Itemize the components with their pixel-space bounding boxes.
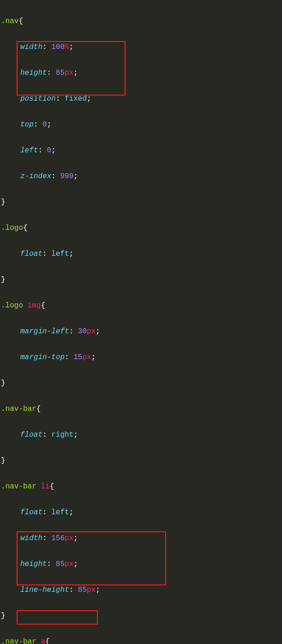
code-line: top: 0; (1, 118, 281, 131)
code-line: line-height: 85px; (1, 584, 281, 596)
code-line: } (1, 609, 281, 622)
code-line: .nav-bar{ (1, 403, 281, 415)
code-line: .nav{ (1, 15, 281, 28)
selector-tag: li (41, 482, 49, 491)
code-line: .nav-bar a{ (1, 635, 281, 644)
code-line: height: 85px; (1, 558, 281, 571)
code-line: float: right; (1, 428, 281, 441)
code-line: } (1, 377, 281, 390)
code-line: margin-top: 15px; (1, 351, 281, 364)
code-line: left: 0; (1, 144, 281, 157)
code-line: z-index: 999; (1, 170, 281, 183)
code-line: width: 100%; (1, 41, 281, 54)
code-line: margin-left: 30px; (1, 325, 281, 338)
code-block: .nav{ width: 100%; height: 85px; positio… (0, 0, 282, 644)
code-line: } (1, 454, 281, 467)
code-line: .nav-bar li{ (1, 480, 281, 493)
selector-tag: img (28, 301, 41, 310)
selector: .logo (1, 301, 23, 310)
selector-tag: a (41, 638, 45, 644)
code-line: float: left; (1, 506, 281, 519)
selector: .logo (1, 224, 23, 232)
selector: .nav-bar (1, 482, 36, 491)
code-line: float: left; (1, 247, 281, 260)
code-line: .logo{ (1, 222, 281, 235)
code-line: } (1, 273, 281, 286)
code-line: width: 156px; (1, 532, 281, 545)
code-line: .logo img{ (1, 299, 281, 312)
code-line: } (1, 196, 281, 209)
selector: .nav (1, 17, 18, 25)
code-line: position: fixed; (1, 92, 281, 105)
code-line: height: 85px; (1, 66, 281, 79)
selector: .nav-bar (1, 638, 36, 644)
selector: .nav-bar (1, 405, 36, 413)
